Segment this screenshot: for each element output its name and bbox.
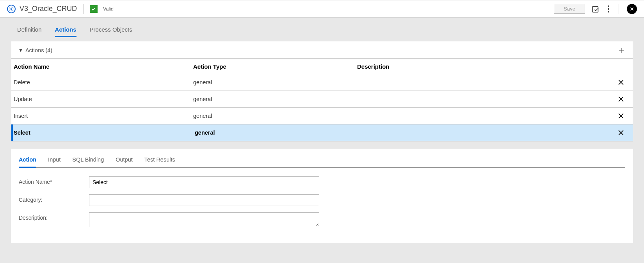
close-icon[interactable] xyxy=(627,4,637,14)
delete-row-icon[interactable] xyxy=(617,128,625,137)
top-tab-process-objects[interactable]: Process Objects xyxy=(90,26,132,37)
actions-table-header: Action Name Action Type Description xyxy=(11,59,633,74)
category-label: Category: xyxy=(19,194,89,203)
action-detail-panel: ActionInputSQL BindingOutputTest Results… xyxy=(11,149,633,243)
action-row-type: general xyxy=(192,126,356,140)
col-header-desc: Description xyxy=(355,59,609,74)
action-row-type: general xyxy=(191,92,355,106)
gear-icon xyxy=(7,5,16,13)
description-input[interactable] xyxy=(89,212,319,227)
detail-tab-sql-binding[interactable]: SQL Binding xyxy=(72,154,104,167)
actions-section-header[interactable]: ▼ Actions (4) xyxy=(11,41,633,59)
action-name-label: Action Name* xyxy=(19,176,89,185)
delete-row-icon[interactable] xyxy=(617,112,625,120)
action-row-name: Insert xyxy=(11,109,191,123)
action-row-desc xyxy=(355,112,609,120)
action-row-name: Update xyxy=(11,92,191,106)
action-row[interactable]: Selectgeneral xyxy=(11,124,633,141)
delete-row-icon[interactable] xyxy=(617,78,625,87)
action-row-name: Delete xyxy=(11,75,191,89)
svg-point-0 xyxy=(11,8,12,10)
workspace: DefinitionActionsProcess Objects ▼ Actio… xyxy=(0,18,644,251)
action-row[interactable]: Deletegeneral xyxy=(11,74,633,91)
action-row-desc xyxy=(356,129,609,137)
add-action-icon[interactable] xyxy=(617,46,626,55)
toolbar: V3_Oracle_CRUD Valid Save xyxy=(0,0,644,18)
separator xyxy=(83,4,84,14)
validate-icon[interactable] xyxy=(591,4,601,14)
action-row-type: general xyxy=(191,75,355,89)
more-menu-icon[interactable] xyxy=(606,4,611,14)
action-row-desc xyxy=(355,95,609,103)
save-button[interactable]: Save xyxy=(554,4,585,14)
action-row[interactable]: Insertgeneral xyxy=(11,108,633,124)
action-row[interactable]: Updategeneral xyxy=(11,91,633,108)
actions-panel: ▼ Actions (4) Action Name Action Type De… xyxy=(11,41,633,142)
valid-check-icon xyxy=(90,5,98,13)
action-row-name: Select xyxy=(13,126,192,140)
separator xyxy=(619,4,619,14)
action-name-input[interactable] xyxy=(89,176,319,188)
detail-tab-output[interactable]: Output xyxy=(116,154,133,167)
col-header-name: Action Name xyxy=(11,59,191,74)
top-tab-actions[interactable]: Actions xyxy=(55,26,76,37)
action-row-desc xyxy=(355,78,609,86)
action-row-type: general xyxy=(191,109,355,123)
page-title: V3_Oracle_CRUD xyxy=(20,5,77,13)
top-tabs: DefinitionActionsProcess Objects xyxy=(0,18,644,37)
actions-section-title: Actions (4) xyxy=(25,47,52,53)
valid-label: Valid xyxy=(103,6,114,12)
detail-tab-test-results[interactable]: Test Results xyxy=(144,154,175,167)
detail-tab-input[interactable]: Input xyxy=(48,154,60,167)
detail-tabs: ActionInputSQL BindingOutputTest Results xyxy=(19,154,625,168)
delete-row-icon[interactable] xyxy=(617,95,625,103)
description-label: Description: xyxy=(19,212,89,221)
col-header-type: Action Type xyxy=(191,59,355,74)
detail-tab-action[interactable]: Action xyxy=(19,154,36,168)
category-input[interactable] xyxy=(89,194,319,206)
chevron-down-icon: ▼ xyxy=(18,48,23,53)
top-tab-definition[interactable]: Definition xyxy=(17,26,42,37)
